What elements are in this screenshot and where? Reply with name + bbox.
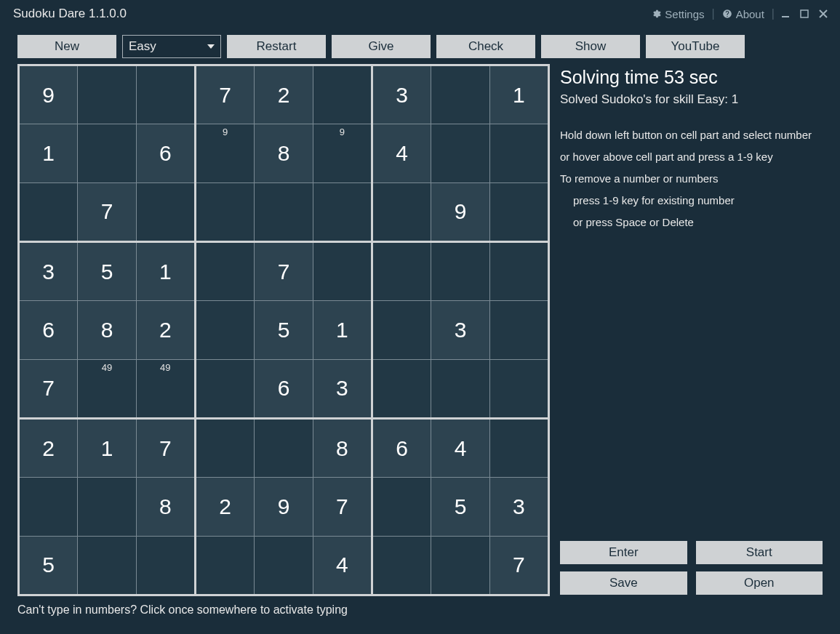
sudoku-cell[interactable]: 6 xyxy=(20,301,77,358)
sudoku-cell[interactable]: 1 xyxy=(78,420,135,477)
sudoku-cell[interactable]: 5 xyxy=(78,243,135,300)
sudoku-cell[interactable]: 9 xyxy=(255,478,312,535)
save-button[interactable]: Save xyxy=(560,571,687,595)
sudoku-cell[interactable] xyxy=(490,301,548,358)
sudoku-cell[interactable]: 3 xyxy=(373,66,431,124)
sudoku-cell[interactable]: 7 xyxy=(78,183,135,241)
sudoku-cell[interactable] xyxy=(313,66,371,124)
sudoku-cell[interactable]: 4 xyxy=(313,537,371,594)
sudoku-cell[interactable] xyxy=(313,243,371,300)
sudoku-cell[interactable]: 2 xyxy=(20,420,77,477)
sudoku-cell[interactable] xyxy=(490,243,548,300)
sudoku-cell[interactable]: 2 xyxy=(196,478,254,535)
sudoku-cell[interactable]: 3 xyxy=(490,478,548,535)
sudoku-cell[interactable] xyxy=(313,183,371,241)
sudoku-cell[interactable] xyxy=(78,66,135,124)
sudoku-cell[interactable]: 5 xyxy=(255,301,312,358)
sudoku-cell[interactable]: 8 xyxy=(255,124,312,182)
sudoku-cell[interactable] xyxy=(373,243,431,300)
sudoku-cell[interactable]: 1 xyxy=(490,66,548,124)
enter-button[interactable]: Enter xyxy=(560,541,687,564)
sudoku-cell[interactable] xyxy=(373,301,431,358)
sudoku-cell[interactable] xyxy=(255,183,312,241)
sudoku-cell[interactable]: 7 xyxy=(313,478,371,535)
sudoku-cell[interactable]: 7 xyxy=(20,360,77,417)
new-button[interactable]: New xyxy=(17,35,116,58)
sudoku-cell[interactable] xyxy=(373,360,431,417)
sudoku-cell[interactable] xyxy=(196,183,254,241)
sudoku-cell[interactable]: 2 xyxy=(137,301,194,358)
sudoku-cell[interactable] xyxy=(137,66,194,124)
minimize-button[interactable] xyxy=(776,5,795,23)
sudoku-cell[interactable] xyxy=(431,243,489,300)
sudoku-cell[interactable]: 49 xyxy=(137,360,194,417)
settings-button[interactable]: Settings xyxy=(645,5,710,23)
sudoku-cell[interactable] xyxy=(431,124,489,182)
sudoku-cell[interactable]: 7 xyxy=(490,537,548,594)
sudoku-cell[interactable]: 1 xyxy=(137,243,194,300)
sudoku-cell[interactable] xyxy=(490,183,548,241)
sudoku-block: 82974 xyxy=(196,420,371,594)
sudoku-cell[interactable] xyxy=(78,537,135,594)
sudoku-cell[interactable] xyxy=(431,537,489,594)
sudoku-cell[interactable]: 49 xyxy=(78,360,135,417)
sudoku-cell[interactable] xyxy=(255,420,312,477)
restart-button[interactable]: Restart xyxy=(227,35,326,58)
sudoku-cell[interactable] xyxy=(431,66,489,124)
sudoku-cell[interactable] xyxy=(255,537,312,594)
about-button[interactable]: About xyxy=(716,5,770,23)
sudoku-cell[interactable] xyxy=(196,537,254,594)
sudoku-cell[interactable] xyxy=(196,243,254,300)
sudoku-cell[interactable] xyxy=(137,537,194,594)
sudoku-cell[interactable] xyxy=(431,360,489,417)
sudoku-cell[interactable] xyxy=(373,478,431,535)
sudoku-cell[interactable] xyxy=(20,478,77,535)
sudoku-cell[interactable]: 4 xyxy=(431,420,489,477)
sudoku-cell[interactable]: 9 xyxy=(431,183,489,241)
sudoku-cell[interactable]: 7 xyxy=(137,420,194,477)
sudoku-cell[interactable]: 9 xyxy=(313,124,371,182)
show-button[interactable]: Show xyxy=(541,35,640,58)
sudoku-cell[interactable]: 3 xyxy=(313,360,371,417)
difficulty-select[interactable]: Easy xyxy=(122,35,221,58)
sudoku-cell[interactable]: 6 xyxy=(137,124,194,182)
sudoku-cell[interactable]: 7 xyxy=(255,243,312,300)
sudoku-cell[interactable] xyxy=(78,478,135,535)
sudoku-cell[interactable]: 5 xyxy=(20,537,77,594)
sudoku-cell[interactable]: 6 xyxy=(255,360,312,417)
close-button[interactable] xyxy=(814,5,833,23)
sudoku-cell[interactable]: 3 xyxy=(431,301,489,358)
sudoku-cell[interactable]: 1 xyxy=(20,124,77,182)
sudoku-cell[interactable]: 8 xyxy=(313,420,371,477)
sudoku-cell[interactable] xyxy=(196,301,254,358)
sudoku-cell[interactable]: 9 xyxy=(196,124,254,182)
sudoku-cell[interactable]: 7 xyxy=(196,66,254,124)
sudoku-cell[interactable]: 8 xyxy=(78,301,135,358)
sudoku-cell[interactable]: 8 xyxy=(137,478,194,535)
sudoku-cell[interactable] xyxy=(490,360,548,417)
sudoku-block: 9167 xyxy=(20,66,194,241)
sudoku-cell[interactable]: 3 xyxy=(20,243,77,300)
sudoku-cell[interactable] xyxy=(196,360,254,417)
open-button[interactable]: Open xyxy=(696,571,823,595)
sudoku-cell[interactable] xyxy=(373,537,431,594)
start-button[interactable]: Start xyxy=(696,541,823,564)
sudoku-cell[interactable] xyxy=(196,420,254,477)
sudoku-cell[interactable]: 9 xyxy=(20,66,77,124)
sudoku-cell[interactable] xyxy=(490,124,548,182)
candidate-digits: 9 xyxy=(313,127,371,137)
sudoku-cell[interactable] xyxy=(137,183,194,241)
youtube-button[interactable]: YouTube xyxy=(646,35,745,58)
maximize-button[interactable] xyxy=(795,5,814,23)
give-button[interactable]: Give xyxy=(332,35,431,58)
sudoku-cell[interactable] xyxy=(20,183,77,241)
sudoku-cell[interactable]: 5 xyxy=(431,478,489,535)
sudoku-cell[interactable] xyxy=(373,183,431,241)
sudoku-cell[interactable]: 2 xyxy=(255,66,312,124)
check-button[interactable]: Check xyxy=(436,35,535,58)
sudoku-cell[interactable]: 6 xyxy=(373,420,431,477)
sudoku-cell[interactable] xyxy=(490,420,548,477)
sudoku-cell[interactable]: 1 xyxy=(313,301,371,358)
sudoku-cell[interactable] xyxy=(78,124,135,182)
sudoku-cell[interactable]: 4 xyxy=(373,124,431,182)
